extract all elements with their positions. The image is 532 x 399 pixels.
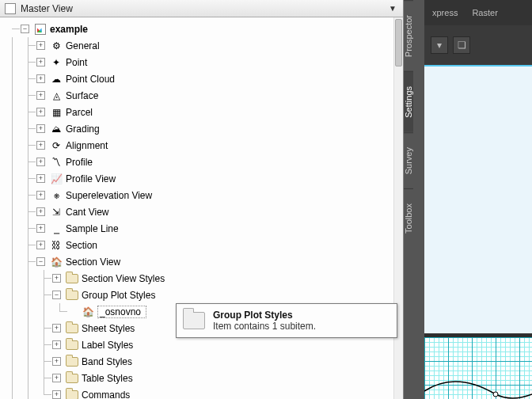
expand-icon[interactable]: + bbox=[52, 374, 61, 382]
drawing-canvas-upper[interactable] bbox=[424, 65, 532, 334]
tree-node[interactable]: + Commands bbox=[0, 386, 393, 399]
tooltip: Group Plot Styles Item contains 1 subite… bbox=[176, 303, 397, 338]
ribbon-tabs: xpress Raster bbox=[424, 0, 532, 25]
toolspace-tabs: Prospector Settings Survey Toolbox bbox=[404, 0, 424, 399]
collapse-icon[interactable]: − bbox=[21, 25, 29, 33]
expand-icon[interactable]: + bbox=[36, 191, 45, 200]
tree-node[interactable]: + Band Styles bbox=[0, 353, 393, 370]
settings-tree: − example + ⚙ General + ✦ Point + ☁ Poin… bbox=[0, 17, 393, 399]
canvas-curve bbox=[424, 375, 532, 399]
tree-node[interactable]: + ▦ Parcel bbox=[0, 104, 393, 120]
style-icon: 🏠 bbox=[82, 306, 94, 318]
expand-icon[interactable]: + bbox=[36, 207, 45, 216]
view-mode-label: Master View bbox=[21, 3, 386, 14]
folder-icon bbox=[66, 322, 78, 335]
dropdown-arrow-icon[interactable]: ▼ bbox=[386, 4, 400, 13]
category-icon: ▦ bbox=[50, 106, 63, 119]
tree-node[interactable]: + ⚙ General bbox=[0, 37, 393, 54]
tree-label: Point Cloud bbox=[66, 74, 115, 85]
tree-label: Band Styles bbox=[82, 356, 132, 367]
tab-toolbox[interactable]: Toolbox bbox=[404, 188, 413, 248]
category-icon: ⛓ bbox=[50, 239, 63, 252]
tree-label: General bbox=[66, 40, 100, 51]
expand-icon[interactable]: + bbox=[52, 324, 61, 332]
scrollbar-thumb[interactable] bbox=[395, 19, 402, 66]
tree-label-selected: _osnovno bbox=[97, 306, 146, 318]
tree-label: Sheet Styles bbox=[82, 323, 135, 334]
tree-label: Section View bbox=[66, 256, 120, 268]
tree-node[interactable]: + 📈 Profile View bbox=[0, 170, 393, 187]
expand-icon[interactable]: + bbox=[36, 74, 45, 83]
folder-icon bbox=[66, 372, 78, 385]
expand-icon[interactable]: + bbox=[36, 174, 45, 183]
folder-icon bbox=[66, 339, 78, 352]
expand-icon[interactable]: + bbox=[52, 357, 61, 366]
svg-point-0 bbox=[493, 392, 498, 397]
tooltip-body: Item contains 1 subitem. bbox=[213, 321, 316, 332]
tree-label: Profile View bbox=[66, 173, 116, 184]
category-icon: ⚙ bbox=[50, 40, 63, 52]
ribbon-tab[interactable]: Raster bbox=[472, 8, 497, 17]
tab-survey[interactable]: Survey bbox=[404, 132, 413, 188]
tree-label: Alignment bbox=[66, 140, 108, 151]
tree-label: Grading bbox=[66, 124, 100, 135]
tree-label: Section bbox=[66, 240, 97, 251]
tree-label: Label Styles bbox=[82, 340, 133, 351]
vertical-scrollbar[interactable] bbox=[393, 17, 403, 399]
folder-icon bbox=[66, 272, 78, 285]
category-icon: ⎯ bbox=[50, 222, 63, 235]
ribbon-panel: ▾ ❏ bbox=[424, 25, 532, 65]
tree-node-section-view[interactable]: − 🏠 Section View bbox=[0, 253, 393, 270]
expand-icon[interactable]: + bbox=[36, 241, 45, 249]
tree-node[interactable]: + ⇲ Cant View bbox=[0, 203, 393, 220]
ribbon-button[interactable]: ▾ bbox=[431, 36, 448, 54]
collapse-icon[interactable]: − bbox=[52, 291, 61, 299]
category-icon: ◬ bbox=[50, 89, 63, 102]
expand-icon bbox=[68, 307, 77, 316]
ribbon-button[interactable]: ❏ bbox=[453, 36, 470, 54]
tree-node[interactable]: + ⎈ Superelevation View bbox=[0, 187, 393, 203]
tree-label: example bbox=[50, 24, 88, 35]
category-icon: ☁ bbox=[50, 73, 63, 86]
tree-node[interactable]: + ⟳ Alignment bbox=[0, 137, 393, 154]
tree-node[interactable]: + Table Styles bbox=[0, 370, 393, 386]
tree-node[interactable]: + ✦ Point bbox=[0, 54, 393, 70]
collapse-icon[interactable]: − bbox=[36, 257, 45, 266]
tab-settings[interactable]: Settings bbox=[404, 71, 413, 132]
folder-icon bbox=[66, 389, 78, 400]
tree-node[interactable]: + ⛰ Grading bbox=[0, 120, 393, 137]
tree-node-group-plot-styles[interactable]: − Group Plot Styles bbox=[0, 287, 393, 303]
tree-label: Parcel bbox=[66, 107, 93, 118]
expand-icon[interactable]: + bbox=[36, 108, 45, 116]
tree-node-drawing[interactable]: − example bbox=[0, 21, 393, 37]
tree-node[interactable]: + ◬ Surface bbox=[0, 87, 393, 104]
drawing-icon bbox=[34, 23, 47, 36]
tree-label: Point bbox=[66, 57, 87, 68]
panel-header[interactable]: Master View ▼ bbox=[0, 0, 403, 17]
category-icon: ✦ bbox=[50, 56, 63, 69]
folder-icon bbox=[66, 289, 78, 302]
expand-icon[interactable]: + bbox=[36, 91, 45, 100]
tree-label: Table Styles bbox=[82, 373, 133, 384]
tree-node[interactable]: + 〽 Profile bbox=[0, 154, 393, 170]
expand-icon[interactable]: + bbox=[36, 41, 45, 50]
tree-node[interactable]: + ☁ Point Cloud bbox=[0, 70, 393, 87]
expand-icon[interactable]: + bbox=[36, 224, 45, 233]
expand-icon[interactable]: + bbox=[36, 58, 45, 66]
document-icon bbox=[5, 3, 16, 14]
expand-icon[interactable]: + bbox=[52, 340, 61, 349]
tree-node[interactable]: + Section View Styles bbox=[0, 270, 393, 287]
expand-icon[interactable]: + bbox=[36, 124, 45, 133]
tree-label: Group Plot Styles bbox=[82, 290, 155, 301]
expand-icon[interactable]: + bbox=[36, 141, 45, 150]
expand-icon[interactable]: + bbox=[52, 390, 61, 399]
tree-node[interactable]: + Label Styles bbox=[0, 336, 393, 353]
folder-icon bbox=[66, 355, 78, 368]
tree-node[interactable]: + ⎯ Sample Line bbox=[0, 220, 393, 237]
tab-prospector[interactable]: Prospector bbox=[404, 0, 413, 71]
expand-icon[interactable]: + bbox=[52, 274, 61, 283]
ribbon-tab[interactable]: xpress bbox=[432, 8, 458, 17]
tree-node[interactable]: + ⛓ Section bbox=[0, 237, 393, 253]
expand-icon[interactable]: + bbox=[36, 158, 45, 166]
category-icon: ⇲ bbox=[50, 206, 63, 218]
